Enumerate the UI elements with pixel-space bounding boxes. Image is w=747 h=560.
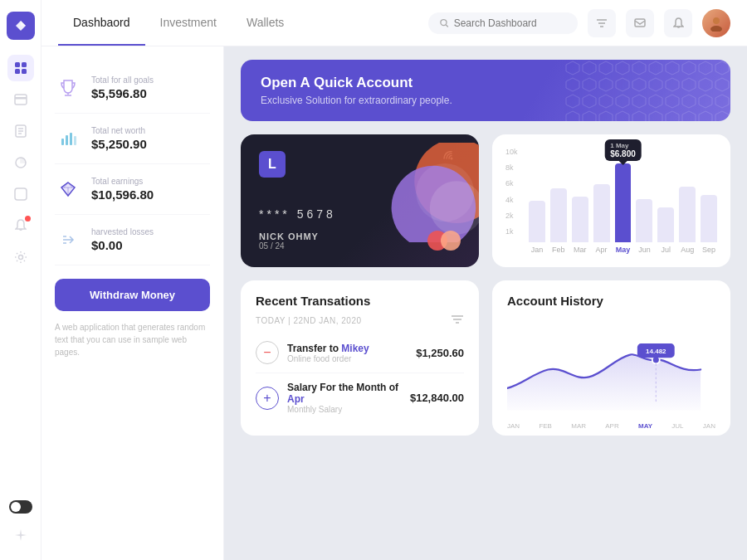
bell-header-icon bbox=[673, 17, 684, 29]
header-right bbox=[428, 9, 730, 37]
body-layout: Total for all goals $5,596.80 Total net … bbox=[42, 46, 747, 560]
svg-rect-23 bbox=[61, 139, 64, 145]
bar-col-jan: Jan bbox=[529, 163, 545, 254]
main-wrap: Dashbaord Investment Wallets bbox=[42, 0, 747, 560]
search-box[interactable] bbox=[428, 12, 578, 34]
bar-col-aug: Aug bbox=[679, 163, 696, 254]
bar-chart-inner: 10k 8k 6k 4k 2k 1k Jan bbox=[505, 146, 717, 254]
sidebar-icon-document[interactable] bbox=[7, 118, 34, 144]
stats-panel: Total for all goals $5,596.80 Total net … bbox=[42, 46, 224, 560]
mastercard-logo bbox=[427, 231, 461, 251]
sidebar-icon-settings[interactable] bbox=[7, 244, 34, 270]
stat-label-2: Total earnings bbox=[91, 177, 210, 186]
stat-net-worth: Total net worth $5,250.90 bbox=[55, 114, 210, 164]
svg-point-20 bbox=[710, 26, 722, 32]
svg-rect-25 bbox=[70, 133, 72, 145]
stat-earnings: Total earnings $10,596.80 bbox=[55, 164, 210, 215]
svg-text:14.482: 14.482 bbox=[646, 348, 666, 355]
trans-sign-minus: − bbox=[256, 341, 279, 364]
svg-point-19 bbox=[713, 17, 720, 24]
transactions-title: Recent Transations bbox=[256, 294, 464, 308]
withdraw-button[interactable]: Withdraw Money bbox=[55, 279, 210, 311]
trophy-icon bbox=[55, 75, 81, 101]
tab-investment[interactable]: Investment bbox=[145, 0, 232, 46]
svg-rect-0 bbox=[15, 62, 20, 67]
bar-col-may: 1 May $6.800 May bbox=[615, 163, 632, 254]
banner: Open A Quick Account Exclusive Solution … bbox=[241, 60, 730, 121]
account-history-panel: Account History bbox=[492, 280, 730, 436]
card-holder-name: NICK OHMY bbox=[259, 231, 319, 241]
svg-rect-2 bbox=[15, 69, 20, 74]
notification-badge bbox=[25, 216, 31, 222]
sort-icon[interactable] bbox=[451, 314, 464, 326]
user-avatar[interactable] bbox=[702, 9, 730, 37]
card-expiry: 05 / 24 bbox=[259, 241, 319, 251]
stat-value-1: $5,250.90 bbox=[91, 137, 210, 151]
notification-button[interactable] bbox=[664, 9, 692, 37]
svg-rect-1 bbox=[22, 62, 27, 67]
trans-amount-1: $12,840.00 bbox=[410, 392, 464, 404]
stat-value-2: $10,596.80 bbox=[91, 187, 210, 202]
svg-rect-5 bbox=[15, 97, 27, 100]
icon-sidebar bbox=[0, 0, 42, 560]
tab-wallets[interactable]: Wallets bbox=[232, 0, 299, 46]
search-input[interactable] bbox=[454, 17, 566, 29]
bar-col-sep: Sep bbox=[701, 163, 717, 254]
tab-dashboard[interactable]: Dashbaord bbox=[58, 0, 145, 46]
bar-col-jun: Jun bbox=[636, 163, 652, 254]
svg-point-12 bbox=[18, 256, 22, 260]
stat-label-3: harvested losses bbox=[91, 227, 210, 236]
theme-toggle[interactable] bbox=[9, 500, 32, 514]
sidebar-icon-grid[interactable] bbox=[7, 55, 34, 81]
trans-sub-0: Online food order bbox=[287, 354, 408, 363]
trans-sub-1: Monthly Salary bbox=[287, 405, 402, 414]
transactions-date: TODAY | 22ND JAN, 2020 bbox=[256, 316, 362, 325]
banner-title: Open A Quick Account bbox=[261, 75, 710, 91]
app-description: A web application that generates random … bbox=[55, 321, 210, 358]
bar-chart-area: 10k 8k 6k 4k 2k 1k Jan bbox=[492, 134, 730, 267]
message-icon bbox=[634, 18, 646, 28]
stat-value-3: $0.00 bbox=[91, 238, 210, 252]
bar-col-feb: Feb bbox=[550, 163, 567, 254]
sidebar-bottom bbox=[7, 500, 34, 548]
svg-point-33 bbox=[416, 163, 474, 222]
stat-losses: harvested losses $0.00 bbox=[55, 215, 210, 265]
bar-col-mar: Mar bbox=[572, 163, 588, 254]
account-history-title: Account History bbox=[507, 294, 715, 308]
trans-name-0: Transfer to Mikey bbox=[287, 343, 408, 354]
nav-tabs: Dashbaord Investment Wallets bbox=[58, 0, 299, 46]
dashboard-main: Open A Quick Account Exclusive Solution … bbox=[224, 46, 747, 560]
trans-sign-plus: + bbox=[256, 387, 279, 410]
sidebar-icon-chart[interactable] bbox=[7, 149, 34, 176]
svg-rect-18 bbox=[635, 19, 645, 27]
transaction-item: + Salary For the Month of Apr Monthly Sa… bbox=[256, 373, 464, 422]
message-button[interactable] bbox=[626, 9, 654, 37]
transaction-item: − Transfer to Mikey Online food order $1… bbox=[256, 333, 464, 373]
history-x-labels: JAN FEB MAR APR MAY JUL JAN bbox=[507, 422, 715, 430]
logo[interactable] bbox=[7, 12, 35, 40]
trans-name-1: Salary For the Month of Apr bbox=[287, 382, 402, 405]
header: Dashbaord Investment Wallets bbox=[42, 0, 747, 46]
svg-rect-4 bbox=[15, 95, 27, 105]
arrows-icon bbox=[55, 226, 81, 253]
filter-button[interactable] bbox=[588, 9, 616, 37]
stat-value-0: $5,596.80 bbox=[91, 86, 210, 100]
trans-amount-0: $1,250.60 bbox=[416, 347, 464, 359]
card-logo: L bbox=[259, 151, 286, 178]
bottom-row: Recent Transations TODAY | 22ND JAN, 202… bbox=[241, 280, 730, 436]
sidebar-icon-circle[interactable] bbox=[7, 181, 34, 207]
bar-col-jul: Jul bbox=[657, 163, 674, 254]
search-icon bbox=[440, 18, 449, 28]
card-bottom: NICK OHMY 05 / 24 bbox=[259, 231, 461, 251]
bar-col-apr: Apr bbox=[593, 163, 610, 254]
transactions-header: TODAY | 22ND JAN, 2020 bbox=[256, 314, 464, 326]
svg-rect-11 bbox=[15, 188, 27, 200]
filter-icon bbox=[596, 18, 608, 28]
transactions-panel: Recent Transations TODAY | 22ND JAN, 202… bbox=[241, 280, 479, 436]
sidebar-icon-card[interactable] bbox=[7, 86, 34, 113]
sidebar-icon-sparkle[interactable] bbox=[7, 522, 34, 548]
sidebar-icon-bell[interactable] bbox=[7, 212, 34, 239]
stat-total-goals: Total for all goals $5,596.80 bbox=[55, 63, 210, 114]
credit-card: L bbox=[241, 134, 479, 267]
bars-icon bbox=[55, 125, 81, 152]
